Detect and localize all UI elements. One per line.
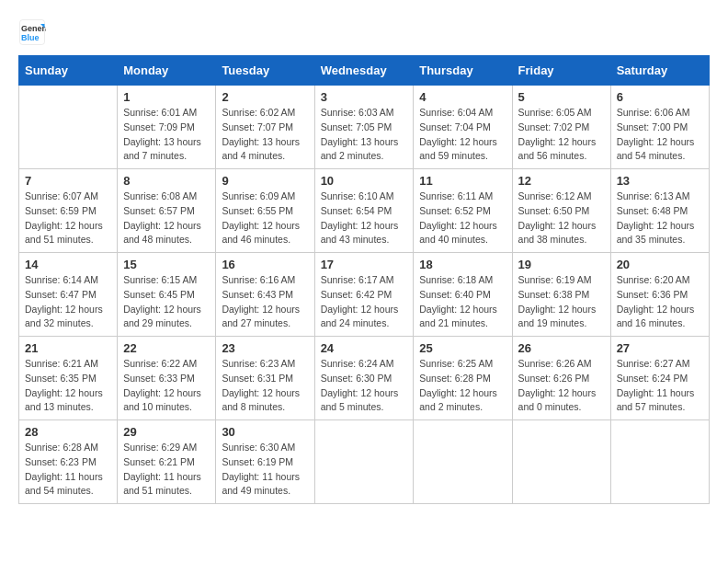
header-saturday: Saturday: [610, 56, 709, 86]
day-info: Sunrise: 6:04 AM Sunset: 7:04 PM Dayligh…: [419, 106, 506, 164]
day-info: Sunrise: 6:03 AM Sunset: 7:05 PM Dayligh…: [321, 106, 408, 164]
day-info: Sunrise: 6:12 AM Sunset: 6:50 PM Dayligh…: [518, 190, 605, 247]
day-info: Sunrise: 6:06 AM Sunset: 7:00 PM Dayligh…: [617, 106, 703, 164]
page-header: General Blue: [18, 18, 710, 46]
header-friday: Friday: [512, 56, 610, 86]
day-number: 5: [518, 90, 605, 104]
calendar-cell: 1Sunrise: 6:01 AM Sunset: 7:09 PM Daylig…: [118, 86, 216, 169]
day-number: 22: [123, 341, 210, 355]
day-info: Sunrise: 6:13 AM Sunset: 6:48 PM Dayligh…: [617, 190, 703, 247]
calendar-cell: 16Sunrise: 6:16 AM Sunset: 6:43 PM Dayli…: [216, 253, 314, 337]
calendar-cell: 11Sunrise: 6:11 AM Sunset: 6:52 PM Dayli…: [414, 169, 512, 253]
day-info: Sunrise: 6:14 AM Sunset: 6:47 PM Dayligh…: [25, 273, 111, 331]
calendar-cell: 6Sunrise: 6:06 AM Sunset: 7:00 PM Daylig…: [610, 86, 709, 169]
day-info: Sunrise: 6:20 AM Sunset: 6:36 PM Dayligh…: [617, 273, 703, 331]
day-info: Sunrise: 6:23 AM Sunset: 6:31 PM Dayligh…: [222, 357, 308, 415]
calendar-cell: 9Sunrise: 6:09 AM Sunset: 6:55 PM Daylig…: [216, 169, 314, 253]
day-number: 29: [123, 425, 210, 439]
day-number: 14: [25, 258, 111, 271]
day-number: 2: [222, 90, 308, 104]
day-number: 24: [321, 341, 408, 355]
day-number: 27: [617, 341, 703, 355]
logo-icon: General Blue: [18, 18, 46, 46]
day-number: 9: [222, 174, 308, 188]
day-info: Sunrise: 6:26 AM Sunset: 6:26 PM Dayligh…: [518, 357, 605, 415]
day-number: 4: [419, 90, 506, 104]
week-row-3: 14Sunrise: 6:14 AM Sunset: 6:47 PM Dayli…: [19, 253, 710, 337]
calendar-cell: 17Sunrise: 6:17 AM Sunset: 6:42 PM Dayli…: [314, 253, 414, 337]
day-number: 11: [419, 174, 506, 188]
day-info: Sunrise: 6:07 AM Sunset: 6:59 PM Dayligh…: [25, 190, 111, 247]
day-number: 18: [419, 258, 506, 271]
calendar-cell: 24Sunrise: 6:24 AM Sunset: 6:30 PM Dayli…: [314, 337, 414, 420]
day-number: 23: [222, 341, 308, 355]
calendar-cell: 21Sunrise: 6:21 AM Sunset: 6:35 PM Dayli…: [19, 337, 118, 420]
day-info: Sunrise: 6:09 AM Sunset: 6:55 PM Dayligh…: [222, 190, 308, 247]
day-info: Sunrise: 6:17 AM Sunset: 6:42 PM Dayligh…: [321, 273, 408, 331]
day-info: Sunrise: 6:22 AM Sunset: 6:33 PM Dayligh…: [123, 357, 210, 415]
day-number: 17: [321, 258, 408, 271]
calendar-cell: 23Sunrise: 6:23 AM Sunset: 6:31 PM Dayli…: [216, 337, 314, 420]
day-number: 21: [25, 341, 111, 355]
calendar-table: SundayMondayTuesdayWednesdayThursdayFrid…: [18, 55, 710, 504]
header-thursday: Thursday: [414, 56, 512, 86]
week-row-2: 7Sunrise: 6:07 AM Sunset: 6:59 PM Daylig…: [19, 169, 710, 253]
day-info: Sunrise: 6:16 AM Sunset: 6:43 PM Dayligh…: [222, 273, 308, 331]
calendar-cell: 28Sunrise: 6:28 AM Sunset: 6:23 PM Dayli…: [19, 420, 118, 504]
calendar-cell: [610, 420, 709, 504]
calendar-cell: 4Sunrise: 6:04 AM Sunset: 7:04 PM Daylig…: [414, 86, 512, 169]
day-info: Sunrise: 6:30 AM Sunset: 6:19 PM Dayligh…: [222, 441, 308, 499]
calendar-cell: 18Sunrise: 6:18 AM Sunset: 6:40 PM Dayli…: [414, 253, 512, 337]
day-info: Sunrise: 6:05 AM Sunset: 7:02 PM Dayligh…: [518, 106, 605, 164]
day-info: Sunrise: 6:08 AM Sunset: 6:57 PM Dayligh…: [123, 190, 210, 247]
calendar-cell: [512, 420, 610, 504]
calendar-cell: 10Sunrise: 6:10 AM Sunset: 6:54 PM Dayli…: [314, 169, 414, 253]
day-number: 8: [123, 174, 210, 188]
calendar-cell: 27Sunrise: 6:27 AM Sunset: 6:24 PM Dayli…: [610, 337, 709, 420]
svg-text:Blue: Blue: [21, 33, 40, 42]
calendar-cell: 14Sunrise: 6:14 AM Sunset: 6:47 PM Dayli…: [19, 253, 118, 337]
calendar-cell: 2Sunrise: 6:02 AM Sunset: 7:07 PM Daylig…: [216, 86, 314, 169]
day-number: 12: [518, 174, 605, 188]
week-row-5: 28Sunrise: 6:28 AM Sunset: 6:23 PM Dayli…: [19, 420, 710, 504]
day-number: 26: [518, 341, 605, 355]
day-info: Sunrise: 6:19 AM Sunset: 6:38 PM Dayligh…: [518, 273, 605, 331]
calendar-cell: 26Sunrise: 6:26 AM Sunset: 6:26 PM Dayli…: [512, 337, 610, 420]
day-number: 25: [419, 341, 506, 355]
day-number: 20: [617, 258, 703, 271]
calendar-cell: [314, 420, 414, 504]
day-info: Sunrise: 6:29 AM Sunset: 6:21 PM Dayligh…: [123, 441, 210, 499]
day-number: 16: [222, 258, 308, 271]
header-monday: Monday: [118, 56, 216, 86]
calendar-cell: 25Sunrise: 6:25 AM Sunset: 6:28 PM Dayli…: [414, 337, 512, 420]
calendar-cell: 22Sunrise: 6:22 AM Sunset: 6:33 PM Dayli…: [118, 337, 216, 420]
header-sunday: Sunday: [19, 56, 118, 86]
calendar-cell: [19, 86, 118, 169]
day-info: Sunrise: 6:11 AM Sunset: 6:52 PM Dayligh…: [419, 190, 506, 247]
calendar-cell: 8Sunrise: 6:08 AM Sunset: 6:57 PM Daylig…: [118, 169, 216, 253]
day-info: Sunrise: 6:15 AM Sunset: 6:45 PM Dayligh…: [123, 273, 210, 331]
calendar-cell: 29Sunrise: 6:29 AM Sunset: 6:21 PM Dayli…: [118, 420, 216, 504]
header-tuesday: Tuesday: [216, 56, 314, 86]
week-row-4: 21Sunrise: 6:21 AM Sunset: 6:35 PM Dayli…: [19, 337, 710, 420]
calendar-cell: 3Sunrise: 6:03 AM Sunset: 7:05 PM Daylig…: [314, 86, 414, 169]
day-info: Sunrise: 6:02 AM Sunset: 7:07 PM Dayligh…: [222, 106, 308, 164]
calendar-cell: 5Sunrise: 6:05 AM Sunset: 7:02 PM Daylig…: [512, 86, 610, 169]
calendar-cell: 12Sunrise: 6:12 AM Sunset: 6:50 PM Dayli…: [512, 169, 610, 253]
day-number: 1: [123, 90, 210, 104]
week-row-1: 1Sunrise: 6:01 AM Sunset: 7:09 PM Daylig…: [19, 86, 710, 169]
day-info: Sunrise: 6:18 AM Sunset: 6:40 PM Dayligh…: [419, 273, 506, 331]
day-info: Sunrise: 6:01 AM Sunset: 7:09 PM Dayligh…: [123, 106, 210, 164]
header-wednesday: Wednesday: [314, 56, 414, 86]
day-info: Sunrise: 6:24 AM Sunset: 6:30 PM Dayligh…: [321, 357, 408, 415]
day-info: Sunrise: 6:28 AM Sunset: 6:23 PM Dayligh…: [25, 441, 111, 499]
calendar-header-row: SundayMondayTuesdayWednesdayThursdayFrid…: [19, 56, 710, 86]
day-number: 15: [123, 258, 210, 271]
day-number: 3: [321, 90, 408, 104]
day-number: 30: [222, 425, 308, 439]
logo: General Blue: [18, 18, 50, 46]
day-number: 7: [25, 174, 111, 188]
day-number: 28: [25, 425, 111, 439]
day-info: Sunrise: 6:27 AM Sunset: 6:24 PM Dayligh…: [617, 357, 703, 415]
day-info: Sunrise: 6:10 AM Sunset: 6:54 PM Dayligh…: [321, 190, 408, 247]
